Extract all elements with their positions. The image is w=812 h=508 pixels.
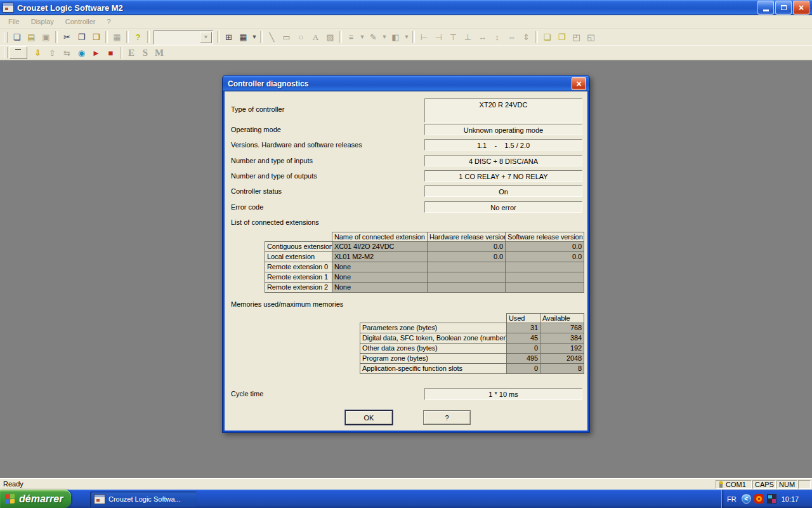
new-button[interactable]: ❏ (10, 30, 24, 44)
dialog-close-button[interactable]: × (572, 77, 586, 90)
field-label: Number and type of inputs (231, 157, 313, 164)
align-left-icon: ⊢ (421, 30, 428, 44)
read-from-controller-icon: ⇧ (49, 46, 56, 60)
distribute-horizontal-button[interactable]: ⇔ (504, 30, 519, 44)
menu-item-file[interactable]: File (3, 16, 25, 27)
draw-line-button[interactable]: ╲ (265, 30, 279, 44)
tray-clock: 10:17 (782, 495, 799, 503)
stop-controller-button[interactable]: ■ (103, 46, 118, 60)
menu-item-help[interactable]: ? (102, 16, 117, 27)
table-row-label-cell: Program zone (bytes) (360, 354, 507, 364)
print-button[interactable]: ▦ (110, 30, 124, 44)
monitoring-button[interactable]: ◉ (74, 46, 89, 60)
align-right-button[interactable]: ⊣ (431, 30, 446, 44)
field-value-box: On (424, 185, 582, 197)
table-data-cell (506, 283, 584, 293)
table-header-cell: Used (507, 313, 540, 323)
simulation-mode-button[interactable]: S (138, 46, 152, 60)
menu-item-controller[interactable]: Controller (60, 16, 102, 27)
save-button[interactable]: ▣ (39, 30, 53, 44)
monitoring-mode-button[interactable]: M (152, 46, 166, 60)
bring-to-front-button[interactable]: ❏ (540, 30, 554, 44)
center-horizontal-button[interactable]: ↔ (475, 30, 490, 44)
group-button[interactable]: ◰ (569, 30, 584, 44)
run-controller-button[interactable]: ► (89, 46, 103, 60)
ungroup-button[interactable]: ◱ (584, 30, 598, 44)
restore-icon (781, 5, 787, 10)
align-bottom-button[interactable]: ⊥ (461, 30, 475, 44)
center-vertical-icon: ↕ (495, 30, 499, 44)
task-app-icon (94, 494, 105, 504)
distribute-horizontal-icon: ⇔ (508, 30, 516, 44)
align-top-button[interactable]: ⊤ (446, 30, 461, 44)
line-width-options-button[interactable]: ▼ (358, 30, 366, 44)
fill-color-button[interactable]: ◧ (388, 30, 403, 44)
edit-mode-button[interactable]: E (124, 46, 138, 60)
send-to-back-button[interactable]: ❐ (554, 30, 569, 44)
start-button[interactable]: démarrer (0, 490, 71, 508)
stop-controller-icon: ■ (108, 46, 114, 60)
line-width-icon: ≡ (349, 30, 354, 44)
open-button[interactable]: ▤ (24, 30, 39, 44)
dialog-help-button[interactable]: ? (423, 410, 471, 425)
insert-image-button[interactable]: ▨ (323, 30, 337, 44)
grid-options-button[interactable]: ▼ (251, 30, 258, 44)
help-button[interactable]: ? (131, 30, 145, 44)
task-button-crouzet[interactable]: Crouzet Logic Softwa... (90, 491, 197, 507)
close-icon: × (576, 79, 581, 89)
table-header-cell: Name of connected extension (332, 232, 428, 242)
cut-button[interactable]: ✂ (60, 30, 74, 44)
draw-rectangle-button[interactable]: ▭ (279, 30, 294, 44)
group-icon: ◰ (572, 30, 580, 44)
write-to-controller-button[interactable]: ⇩ (30, 46, 45, 60)
table-row: Contiguous extensionXC01 4I/2O 24VDC0.00… (265, 242, 584, 252)
window-close-button[interactable]: × (793, 1, 809, 15)
read-from-controller-button[interactable]: ⇧ (45, 46, 60, 60)
paste-icon: ❒ (93, 30, 100, 44)
align-left-button[interactable]: ⊢ (417, 30, 431, 44)
hide-icons-button[interactable]: < (742, 494, 751, 504)
table-header-cell: Software release version (506, 232, 584, 242)
table-data-cell: 0.0 (428, 252, 506, 262)
table-data-cell: 45 (507, 333, 540, 344)
distribute-vertical-icon: ⇕ (523, 30, 530, 44)
tray-language-indicator[interactable]: FR (727, 495, 737, 503)
line-color-options-button[interactable]: ▼ (381, 30, 388, 44)
compare-with-controller-icon: ⇆ (63, 46, 70, 60)
line-width-options-icon: ▼ (360, 30, 365, 44)
table-row-label-cell: Digital data, SFC token, Boolean zone (n… (360, 333, 507, 344)
tray-app-icon-device[interactable] (767, 494, 776, 504)
app-icon (3, 3, 14, 13)
status-num-panel: NUM (776, 480, 797, 489)
paste-button[interactable]: ❒ (89, 30, 103, 44)
toolbar-grip[interactable] (4, 47, 8, 58)
line-width-button[interactable]: ≡ (344, 30, 358, 44)
zoom-combobox[interactable]: ▼ (154, 30, 213, 44)
center-vertical-button[interactable]: ↕ (490, 30, 504, 44)
table-data-cell (428, 262, 506, 272)
line-color-button[interactable]: ✎ (366, 30, 381, 44)
bring-to-front-icon: ❏ (544, 30, 551, 44)
toolbar-grip[interactable] (4, 32, 8, 43)
field-label: Versions. Hardware and software releases (231, 141, 362, 149)
close-icon: × (799, 3, 804, 12)
toolbar-handle[interactable] (10, 46, 27, 59)
copy-button[interactable]: ❐ (74, 30, 89, 44)
show-grid-button[interactable]: ⊞ (221, 30, 236, 44)
simulation-mode-icon: S (143, 46, 148, 60)
controller-diagnostics-dialog: Controller diagnostics × Type of control… (222, 75, 590, 433)
chevron-down-icon[interactable]: ▼ (200, 32, 212, 43)
maximize-button[interactable] (775, 1, 792, 15)
draw-ellipse-button[interactable]: ○ (294, 30, 308, 44)
distribute-vertical-button[interactable]: ⇕ (519, 30, 534, 44)
ok-button[interactable]: OK (345, 410, 393, 425)
fill-color-options-button[interactable]: ▼ (403, 30, 410, 44)
minimize-button[interactable] (757, 1, 774, 15)
tray-app-icon-target[interactable] (754, 494, 764, 504)
draw-text-button[interactable]: A (308, 30, 323, 44)
snap-to-grid-button[interactable]: ▦ (236, 30, 251, 44)
task-label: Crouzet Logic Softwa... (108, 495, 181, 503)
compare-with-controller-button[interactable]: ⇆ (60, 46, 74, 60)
menu-item-display[interactable]: Display (25, 16, 60, 27)
field-value-box: No error (424, 201, 582, 213)
